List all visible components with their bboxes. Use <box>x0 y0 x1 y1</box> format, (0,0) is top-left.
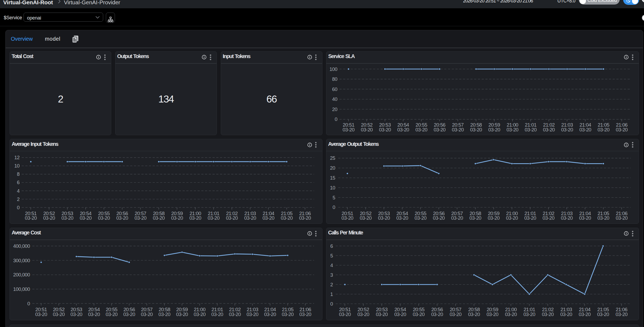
svg-text:03-20: 03-20 <box>229 311 241 317</box>
svg-text:4: 4 <box>17 188 20 194</box>
svg-text:03-20: 03-20 <box>379 127 391 132</box>
svg-text:03-20: 03-20 <box>506 215 518 221</box>
svg-text:03-20: 03-20 <box>171 215 183 221</box>
svg-text:03-20: 03-20 <box>598 127 610 132</box>
svg-text:03-20: 03-20 <box>523 311 535 317</box>
svg-text:03-20: 03-20 <box>281 215 293 221</box>
svg-text:03-20: 03-20 <box>579 215 591 221</box>
svg-text:03-20: 03-20 <box>123 311 135 317</box>
svg-text:03-20: 03-20 <box>470 127 482 132</box>
svg-text:25: 25 <box>330 155 335 161</box>
svg-text:12: 12 <box>14 155 20 160</box>
svg-text:03-20: 03-20 <box>543 127 555 132</box>
svg-text:03-20: 03-20 <box>360 215 372 221</box>
svg-text:03-20: 03-20 <box>282 311 294 317</box>
svg-text:03-20: 03-20 <box>80 215 92 221</box>
svg-text:03-20: 03-20 <box>25 215 37 221</box>
svg-text:03-20: 03-20 <box>597 215 610 221</box>
svg-text:03-20: 03-20 <box>415 127 427 132</box>
svg-text:03-20: 03-20 <box>189 215 201 221</box>
svg-text:03-20: 03-20 <box>299 215 311 221</box>
svg-text:1: 1 <box>330 291 333 297</box>
svg-text:100,000: 100,000 <box>13 286 30 292</box>
svg-text:400,000: 400,000 <box>13 243 30 249</box>
svg-text:03-20: 03-20 <box>394 311 406 317</box>
svg-text:0: 0 <box>335 116 337 122</box>
svg-text:03-20: 03-20 <box>561 215 573 221</box>
svg-text:03-20: 03-20 <box>469 215 481 221</box>
svg-text:03-20: 03-20 <box>488 215 500 221</box>
svg-text:03-20: 03-20 <box>244 215 256 221</box>
svg-text:03-20: 03-20 <box>134 215 146 221</box>
svg-text:03-20: 03-20 <box>580 127 592 132</box>
svg-text:03-20: 03-20 <box>378 215 390 221</box>
svg-text:2: 2 <box>17 196 20 202</box>
svg-text:03-20: 03-20 <box>488 127 500 132</box>
svg-text:03-20: 03-20 <box>597 311 609 317</box>
svg-text:03-20: 03-20 <box>43 215 55 221</box>
svg-text:03-20: 03-20 <box>361 127 373 132</box>
svg-text:03-20: 03-20 <box>106 311 118 317</box>
svg-text:03-20: 03-20 <box>153 215 165 221</box>
svg-text:03-20: 03-20 <box>98 215 110 221</box>
svg-text:03-20: 03-20 <box>264 311 276 317</box>
svg-text:03-20: 03-20 <box>505 311 517 317</box>
svg-text:03-20: 03-20 <box>397 127 409 132</box>
svg-text:03-20: 03-20 <box>357 311 369 317</box>
svg-text:03-20: 03-20 <box>450 311 462 317</box>
svg-text:03-20: 03-20 <box>263 215 275 221</box>
svg-text:03-20: 03-20 <box>53 311 65 317</box>
svg-text:0: 0 <box>333 204 335 210</box>
svg-text:03-20: 03-20 <box>616 311 628 317</box>
svg-text:6: 6 <box>17 180 20 185</box>
svg-text:03-20: 03-20 <box>413 311 425 317</box>
svg-text:80: 80 <box>332 76 338 82</box>
svg-text:03-20: 03-20 <box>507 127 519 132</box>
svg-text:03-20: 03-20 <box>431 311 443 317</box>
svg-text:5: 5 <box>333 195 335 200</box>
svg-text:03-20: 03-20 <box>339 311 351 317</box>
svg-text:03-20: 03-20 <box>616 215 628 221</box>
svg-text:03-20: 03-20 <box>452 127 464 132</box>
svg-text:03-20: 03-20 <box>35 311 47 317</box>
svg-text:03-20: 03-20 <box>415 215 427 221</box>
svg-text:5: 5 <box>330 253 333 258</box>
svg-text:03-20: 03-20 <box>487 311 499 317</box>
svg-text:03-20: 03-20 <box>542 311 554 317</box>
svg-text:0: 0 <box>17 205 20 210</box>
svg-text:4: 4 <box>330 262 333 268</box>
svg-text:03-20: 03-20 <box>208 215 220 221</box>
svg-text:03-20: 03-20 <box>396 215 408 221</box>
svg-text:15: 15 <box>330 175 335 181</box>
svg-text:0: 0 <box>330 301 333 306</box>
svg-text:200,000: 200,000 <box>13 272 30 277</box>
svg-text:03-20: 03-20 <box>341 215 353 221</box>
svg-text:03-20: 03-20 <box>299 311 311 317</box>
svg-text:20: 20 <box>330 165 335 171</box>
svg-text:03-20: 03-20 <box>579 311 591 317</box>
svg-text:03-20: 03-20 <box>616 127 628 132</box>
svg-text:03-20: 03-20 <box>525 127 537 132</box>
svg-text:03-20: 03-20 <box>434 127 446 132</box>
svg-text:0: 0 <box>27 301 30 306</box>
svg-text:300,000: 300,000 <box>13 257 30 263</box>
svg-text:03-20: 03-20 <box>468 311 480 317</box>
svg-text:03-20: 03-20 <box>141 311 153 317</box>
svg-text:03-20: 03-20 <box>433 215 445 221</box>
svg-text:03-20: 03-20 <box>194 311 206 317</box>
svg-text:40: 40 <box>332 96 338 102</box>
svg-text:3: 3 <box>330 272 333 277</box>
svg-text:03-20: 03-20 <box>524 215 536 221</box>
svg-text:03-20: 03-20 <box>560 311 572 317</box>
svg-text:100: 100 <box>330 66 337 72</box>
svg-text:03-20: 03-20 <box>343 127 355 132</box>
svg-text:03-20: 03-20 <box>226 215 238 221</box>
svg-text:2: 2 <box>330 282 333 287</box>
svg-text:20: 20 <box>332 106 338 112</box>
svg-text:03-20: 03-20 <box>71 311 83 317</box>
svg-text:03-20: 03-20 <box>176 311 188 317</box>
svg-text:03-20: 03-20 <box>246 311 259 317</box>
svg-text:03-20: 03-20 <box>542 215 554 221</box>
svg-text:60: 60 <box>332 86 338 92</box>
svg-text:03-20: 03-20 <box>451 215 463 221</box>
